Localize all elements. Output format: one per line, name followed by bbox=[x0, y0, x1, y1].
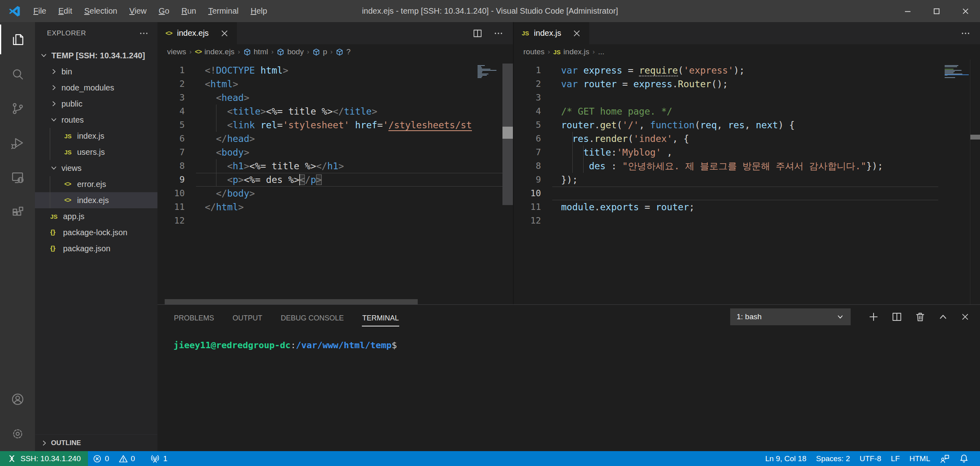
terminal-select[interactable]: 1: bash bbox=[730, 308, 851, 325]
tree-item-routes[interactable]: routes bbox=[35, 112, 157, 128]
tab-index.ejs[interactable]: <>index.ejs bbox=[157, 22, 237, 44]
status-item[interactable]: 0 bbox=[114, 451, 140, 466]
tree-item-public[interactable]: public bbox=[35, 96, 157, 112]
breadcrumb-item[interactable]: html bbox=[243, 47, 268, 56]
horizontal-scrollbar[interactable] bbox=[165, 299, 418, 304]
status-item[interactable]: UTF-8 bbox=[855, 454, 886, 463]
minimap[interactable] bbox=[478, 65, 502, 80]
activity-source-control-icon[interactable] bbox=[0, 91, 35, 126]
code-token: = bbox=[377, 120, 383, 130]
remote-indicator[interactable]: SSH: 10.34.1.240 bbox=[0, 451, 88, 466]
panel-tab-problems[interactable]: PROBLEMS bbox=[174, 308, 214, 326]
status-item[interactable]: 1 bbox=[145, 451, 172, 466]
tree-item-views[interactable]: views bbox=[35, 160, 157, 176]
panel-tab-terminal[interactable]: TERMINAL bbox=[362, 308, 399, 326]
breadcrumb-item[interactable]: views bbox=[167, 47, 186, 56]
breadcrumb-item[interactable]: <>index.ejs bbox=[195, 47, 235, 56]
code-editor[interactable]: 1<!DOCTYPE html>2<html>3 <head>4 <title>… bbox=[157, 60, 513, 304]
split-editor-icon[interactable] bbox=[473, 29, 482, 38]
tree-item-error.ejs[interactable]: <>error.ejs bbox=[35, 176, 157, 192]
js-file-icon: JS bbox=[64, 149, 77, 156]
outline-section[interactable]: OUTLINE bbox=[35, 434, 157, 451]
terminal[interactable]: jieey11@redredgroup-dc:/var/www/html/tem… bbox=[157, 329, 980, 451]
more-icon[interactable] bbox=[961, 29, 970, 38]
activity-remote-explorer-icon[interactable] bbox=[0, 160, 35, 195]
maximize-icon[interactable] bbox=[922, 0, 951, 22]
tab-close-icon[interactable] bbox=[572, 29, 581, 38]
activity-search-icon[interactable] bbox=[0, 57, 35, 91]
title-bar: FileEditSelectionViewGoRunTerminalHelp i… bbox=[0, 0, 980, 22]
activity-run-debug-icon[interactable] bbox=[0, 126, 35, 160]
split-panel-icon[interactable] bbox=[892, 312, 902, 322]
activity-account-icon[interactable] bbox=[0, 382, 35, 417]
code-token: < bbox=[205, 79, 210, 89]
editor-group-left: <>index.ejsviews›<>index.ejs›html›body›p… bbox=[157, 22, 513, 304]
status-item[interactable]: 0 bbox=[88, 451, 114, 466]
tab-index.js[interactable]: JSindex.js bbox=[514, 22, 589, 44]
more-icon[interactable] bbox=[494, 29, 503, 38]
explorer-more-icon[interactable] bbox=[139, 29, 149, 38]
file-tree: TEMP [SSH: 10.34.1.240]binnode_modulespu… bbox=[35, 44, 157, 434]
code-token: > bbox=[372, 106, 377, 117]
tree-item-index.js[interactable]: JSindex.js bbox=[35, 128, 157, 144]
breadcrumb-item[interactable]: ? bbox=[336, 47, 351, 56]
menu-item-edit[interactable]: Edit bbox=[52, 0, 78, 22]
minimize-icon[interactable] bbox=[893, 0, 922, 22]
status-item[interactable]: HTML bbox=[904, 454, 935, 463]
breadcrumb[interactable]: routes›JSindex.js›... bbox=[514, 44, 980, 60]
tree-item-app.js[interactable]: JSapp.js bbox=[35, 208, 157, 224]
menu-item-file[interactable]: File bbox=[27, 0, 52, 22]
plus-icon[interactable] bbox=[868, 312, 879, 322]
menu-item-help[interactable]: Help bbox=[245, 0, 273, 22]
menu-item-terminal[interactable]: Terminal bbox=[202, 0, 245, 22]
close-icon[interactable] bbox=[951, 0, 980, 22]
status-item[interactable]: Ln 9, Col 18 bbox=[760, 454, 811, 463]
vertical-scrollbar[interactable] bbox=[502, 64, 513, 205]
tree-item-node-modules[interactable]: node_modules bbox=[35, 80, 157, 96]
breadcrumb-item[interactable]: JSindex.js bbox=[553, 47, 589, 56]
panel-tab-output[interactable]: OUTPUT bbox=[232, 308, 263, 326]
breadcrumb-label: views bbox=[167, 47, 186, 56]
symbol-cube-icon bbox=[336, 48, 343, 56]
code-token: express bbox=[633, 79, 672, 89]
status-item[interactable]: Spaces: 2 bbox=[811, 454, 855, 463]
code-token: var bbox=[561, 65, 578, 76]
breadcrumb-item[interactable]: p bbox=[312, 47, 327, 56]
scrollbar-handle[interactable] bbox=[502, 127, 513, 139]
status-item-feedback-icon[interactable] bbox=[935, 454, 954, 464]
tree-item-temp-ssh-10.34.1.240-[interactable]: TEMP [SSH: 10.34.1.240] bbox=[35, 47, 157, 64]
menu-item-view[interactable]: View bbox=[123, 0, 153, 22]
tree-item-package.json[interactable]: {}package.json bbox=[35, 240, 157, 257]
tree-item-users.js[interactable]: JSusers.js bbox=[35, 144, 157, 160]
activity-settings-gear-icon[interactable] bbox=[0, 417, 35, 451]
minimap[interactable] bbox=[945, 65, 969, 80]
tree-item-package-lock.json[interactable]: {}package-lock.json bbox=[35, 224, 157, 240]
activity-explorer-icon[interactable] bbox=[0, 22, 35, 57]
close-icon[interactable] bbox=[961, 312, 970, 321]
tree-item-index.ejs[interactable]: <>index.ejs bbox=[35, 192, 157, 208]
chevron-up-icon[interactable] bbox=[938, 312, 948, 322]
code-token: head bbox=[222, 92, 244, 103]
line-number: 4 bbox=[157, 105, 194, 118]
menu-item-go[interactable]: Go bbox=[153, 0, 176, 22]
status-item[interactable]: LF bbox=[886, 454, 904, 463]
line-number: 10 bbox=[157, 187, 194, 200]
status-item-bell-icon[interactable] bbox=[954, 454, 974, 464]
tab-close-icon[interactable] bbox=[220, 29, 229, 38]
activity-extensions-icon[interactable] bbox=[0, 195, 35, 230]
breadcrumb-item[interactable]: body bbox=[277, 47, 304, 56]
tree-item-bin[interactable]: bin bbox=[35, 64, 157, 80]
code-editor[interactable]: 1var express = require('express');2var r… bbox=[514, 60, 980, 304]
breadcrumb-item[interactable]: ... bbox=[598, 47, 604, 56]
trash-icon[interactable] bbox=[915, 312, 925, 322]
code-token: body bbox=[222, 147, 244, 158]
code-token: > bbox=[233, 79, 238, 89]
code-token bbox=[578, 79, 584, 89]
js-file-icon: JS bbox=[64, 133, 77, 140]
breadcrumb-item[interactable]: routes bbox=[523, 47, 545, 56]
breadcrumb[interactable]: views›<>index.ejs›html›body›p›? bbox=[157, 44, 513, 60]
menu-item-selection[interactable]: Selection bbox=[78, 0, 123, 22]
panel-tab-debug-console[interactable]: DEBUG CONSOLE bbox=[280, 308, 344, 326]
menu-item-run[interactable]: Run bbox=[176, 0, 202, 22]
indent-guide bbox=[572, 132, 573, 173]
